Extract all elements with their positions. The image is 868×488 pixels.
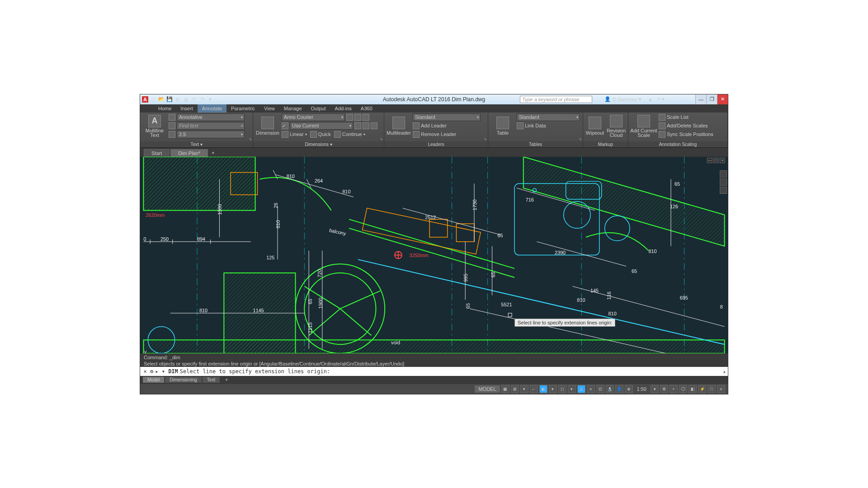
viewport-close-icon[interactable]: × [720,158,725,163]
status-grid-icon[interactable]: ▦ [501,385,509,393]
help-icon[interactable]: ? [657,97,660,102]
text-style-dropdown[interactable]: Annotative [177,113,245,121]
status-hwaccel-icon[interactable]: ⚡ [698,385,706,393]
user-menu[interactable]: 👤 D.Sanchez ▾ ▲ ? ▾ [604,96,665,102]
find-text-input[interactable]: Find text [177,122,245,130]
redo-icon[interactable]: ↷ [199,96,205,103]
layout-tab-dimensioning[interactable]: Dimensioning [165,377,202,383]
command-close-icon[interactable]: × [142,368,148,375]
dim-tool5-icon[interactable] [363,122,369,129]
panel-text-dialog-icon[interactable]: ↘ [249,137,252,141]
saveas-icon[interactable]: ⎘ [175,96,181,103]
status-lwt-icon[interactable]: ≡ [587,385,595,393]
dim-style-dropdown[interactable]: Anno Courier [282,113,345,121]
dim-tool4-icon[interactable] [354,122,361,129]
add-leader-button[interactable]: Add Leader [421,123,447,128]
layout-tab-text[interactable]: Text [203,377,220,383]
menu-manage[interactable]: Manage [279,104,307,113]
dim-tool3-icon[interactable] [363,114,369,121]
panel-dim-dialog-icon[interactable]: ↘ [380,137,383,141]
dim-tool2-icon[interactable] [354,114,361,121]
status-customize-icon[interactable]: ≡ [717,385,725,393]
maximize-button[interactable]: ❐ [706,94,717,104]
link-data-button[interactable]: Link Data [525,123,546,128]
leader-style-dropdown[interactable]: Standard [413,113,481,121]
dim-tool6-icon[interactable] [371,122,377,129]
app-logo-icon[interactable]: A [142,96,148,103]
status-annoscale-icon[interactable]: 🔬 [606,385,614,393]
status-annovis-icon[interactable]: 👤 [615,385,623,393]
command-line[interactable]: × ⚙ ▸ ▾ DIM Select line to specify exten… [140,367,728,376]
tab-start[interactable]: Start [144,149,170,157]
status-model[interactable]: MODEL [475,385,500,393]
menu-home[interactable]: Home [154,104,176,113]
command-history[interactable]: Command: _dim Select objects or specify … [140,353,728,367]
menu-annotate[interactable]: Annotate [198,104,226,113]
new-icon[interactable]: □ [150,96,156,103]
remove-leader-button[interactable]: Remove Leader [421,131,456,137]
command-history-toggle-icon[interactable]: ▴ [723,368,726,375]
status-iso-icon[interactable]: ◧ [689,385,697,393]
exchange-icon[interactable]: ▲ [648,97,653,102]
save-icon[interactable]: 💾 [166,96,173,103]
layout-tab-model[interactable]: Model [143,377,164,383]
multiline-text-button[interactable]: A Multiline Text [142,113,167,139]
status-snap-dd-icon[interactable]: ▾ [520,385,528,393]
menu-view[interactable]: View [259,104,279,113]
wipeout-button[interactable]: Wipeout [585,113,605,139]
nav-zoom-icon[interactable] [720,187,727,194]
tab-new-button[interactable]: + [209,149,217,157]
open-icon[interactable]: 📂 [158,96,165,103]
panel-tables-dialog-icon[interactable]: ↘ [579,137,582,141]
dim-layer-dropdown[interactable]: Use Current [290,122,353,130]
nav-wheel-icon[interactable] [720,170,727,178]
command-customize-icon[interactable]: ⚙ [150,368,153,375]
dimension-button[interactable]: Dimension [255,113,280,139]
menu-output[interactable]: Output [307,104,330,113]
sync-scale-button[interactable]: Sync Scale Positions [667,131,713,137]
add-del-scale-button[interactable]: Add/Delete Scales [667,123,708,128]
drawing-canvas[interactable]: 810 264 810 2512 1730 716 126 1300 26 81… [140,157,728,353]
undo-icon[interactable]: ↶ [191,96,197,103]
status-scale[interactable]: 1:50 [634,386,649,392]
status-tpy-icon[interactable]: ⊡ [596,385,604,393]
qat-dropdown-icon[interactable]: ▾ [207,96,213,103]
menu-a360[interactable]: A360 [356,104,377,113]
linear-button[interactable]: Linear [290,131,304,137]
status-annoauto-icon[interactable]: ⊕ [625,385,633,393]
plot-icon[interactable]: 🖨 [183,96,189,103]
viewport-minimize-icon[interactable]: — [707,158,712,163]
continue-button[interactable]: Continue [342,131,362,137]
table-style-dropdown[interactable]: Standard [517,113,580,121]
status-gear-icon[interactable]: ⚙ [660,385,668,393]
dim-tool1-icon[interactable] [346,114,353,121]
nav-pan-icon[interactable] [720,178,727,186]
panel-text-label[interactable]: Text ▾ [140,141,253,147]
status-polar-icon[interactable]: ◐ [539,385,547,393]
minimize-button[interactable]: — [695,94,706,104]
layout-tab-add[interactable]: + [221,377,230,383]
status-ortho-icon[interactable]: ⌐ [530,385,538,393]
scale-list-button[interactable]: Scale List [667,114,689,120]
quick-button[interactable]: Quick [318,131,331,137]
status-snap-icon[interactable]: ⊞ [511,385,519,393]
text-height-dropdown[interactable]: 2.5 [177,131,245,138]
status-otrack-icon[interactable]: ∠ [577,385,585,393]
table-button[interactable]: Table [490,113,515,139]
search-input[interactable]: Type a keyword or phrase [520,96,592,103]
status-scale-dd-icon[interactable]: ▾ [651,385,659,393]
status-plus-icon[interactable]: + [670,385,678,393]
menu-insert[interactable]: Insert [176,104,198,113]
add-current-scale-button[interactable]: Add Current Scale [630,113,657,139]
status-polar-dd-icon[interactable]: ▾ [549,385,557,393]
status-monitor-icon[interactable]: 🖵 [679,385,687,393]
close-button[interactable]: ✕ [717,94,728,104]
viewport-maximize-icon[interactable]: □ [713,158,719,163]
revision-cloud-button[interactable]: Revision Cloud [606,113,626,139]
status-clean-icon[interactable]: □ [708,385,716,393]
menu-parametric[interactable]: Parametric [226,104,259,113]
status-osnap-dd-icon[interactable]: ▾ [568,385,576,393]
menu-addins[interactable]: Add-ins [330,104,356,113]
tab-dim-plan[interactable]: Dim Plan* [170,149,208,157]
multileader-button[interactable]: Multileader [386,113,411,139]
